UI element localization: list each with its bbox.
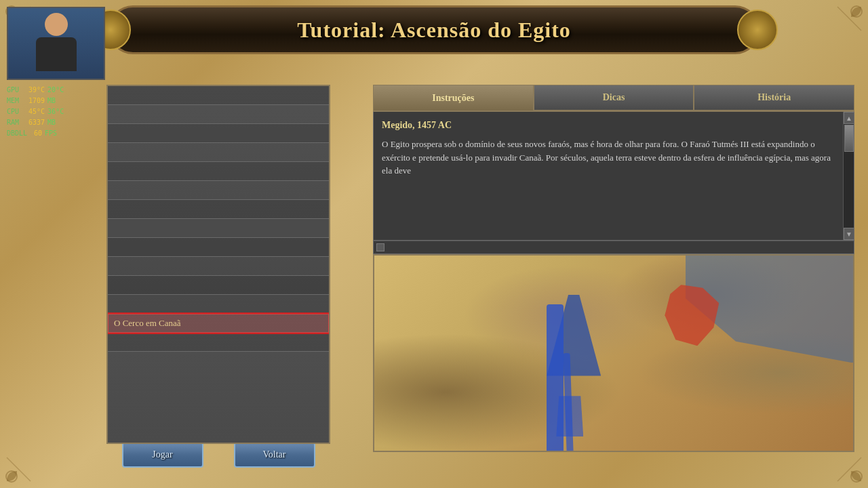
scroll-indicator (376, 243, 384, 251)
list-item[interactable] (108, 86, 329, 105)
page-title: Tutorial: Ascensão do Egito (297, 18, 571, 43)
right-panel: Instruções Dicas História Megido, 1457 A… (373, 85, 854, 458)
webcam-feed (8, 8, 104, 79)
person-head (45, 13, 68, 36)
list-item[interactable] (108, 105, 329, 124)
stat-value-cpu2: 36°C (47, 106, 64, 117)
tab-historia[interactable]: História (694, 85, 854, 110)
person-figure (29, 13, 83, 74)
list-item[interactable] (108, 200, 329, 219)
back-button[interactable]: Voltar (234, 442, 315, 468)
list-item[interactable] (108, 124, 329, 143)
action-buttons: Jogar Voltar (106, 442, 330, 468)
stat-row-fps: DBDLL 60 FPS (7, 128, 64, 139)
list-item[interactable] (108, 333, 329, 352)
content-title: Megido, 1457 AC (382, 120, 840, 131)
webcam-overlay (7, 7, 105, 80)
title-bar: Tutorial: Ascensão do Egito (108, 5, 760, 54)
scenario-list[interactable]: O Cerco em Canaã (108, 86, 329, 382)
stat-label-gpu: GPU (7, 85, 26, 96)
play-button[interactable]: Jogar (122, 442, 203, 468)
selected-scenario-item[interactable]: O Cerco em Canaã (108, 314, 329, 333)
tab-dicas[interactable]: Dicas (534, 85, 694, 110)
stat-value-ram: 6337 (28, 117, 45, 128)
list-item[interactable] (108, 219, 329, 238)
corner-decoration-tr (810, 3, 865, 58)
stat-label-ram: RAM (7, 117, 26, 128)
list-item[interactable] (108, 181, 329, 200)
stat-value-fps: 60 (34, 128, 42, 139)
stat-row-ram: RAM 6337 MB (7, 117, 64, 128)
scrollbar-track[interactable]: ▲ ▼ (843, 112, 854, 240)
stat-value-fps2: FPS (45, 128, 57, 139)
scrollbar-up-button[interactable]: ▲ (844, 112, 854, 124)
stat-label-cpu: CPU (7, 106, 26, 117)
list-item[interactable] (108, 257, 329, 276)
list-item[interactable] (108, 295, 329, 314)
stat-label-mem: MEM (7, 96, 26, 106)
system-stats-panel: GPU 39°C 20°C MEM 1709 MB CPU 45°C 36°C … (7, 85, 64, 139)
person-body (36, 37, 77, 71)
scrollbar-thumb[interactable] (844, 125, 854, 152)
stat-value-ram2: MB (47, 117, 56, 128)
stat-value-mem2: MB (47, 96, 56, 106)
stat-label-fps: DBDLL (7, 128, 31, 139)
selected-scenario-name: O Cerco em Canaã (114, 318, 181, 329)
stat-row-cpu: CPU 45°C 36°C (7, 106, 64, 117)
stat-value-gpu2: 20°C (47, 85, 64, 96)
list-item[interactable] (108, 276, 329, 295)
corner-decoration-br (810, 430, 865, 485)
tab-instrucoes[interactable]: Instruções (373, 85, 534, 110)
corner-decoration-bl (3, 430, 58, 485)
list-item[interactable] (108, 143, 329, 162)
map-area (373, 254, 854, 452)
text-area-bottom-bar (373, 241, 854, 254)
map-canvas (374, 256, 853, 451)
list-item[interactable] (108, 238, 329, 257)
content-text-area: Megido, 1457 AC O Egito prospera sob o d… (373, 112, 854, 241)
title-bar-decor-right (737, 9, 778, 50)
scenario-list-panel: O Cerco em Canaã (106, 85, 330, 444)
stat-row-mem: MEM 1709 MB (7, 96, 64, 106)
content-body: O Egito prospera sob o domínio de seus n… (382, 138, 840, 178)
map-nile-lower (556, 396, 583, 436)
stat-value-cpu-temp: 45°C (28, 106, 45, 117)
tabs-bar: Instruções Dicas História (373, 85, 854, 112)
list-item[interactable] (108, 162, 329, 181)
scrollbar-down-button[interactable]: ▼ (844, 228, 854, 240)
stat-value-gpu-temp: 39°C (28, 85, 45, 96)
stat-value-mem: 1709 (28, 96, 45, 106)
stat-row-gpu: GPU 39°C 20°C (7, 85, 64, 96)
